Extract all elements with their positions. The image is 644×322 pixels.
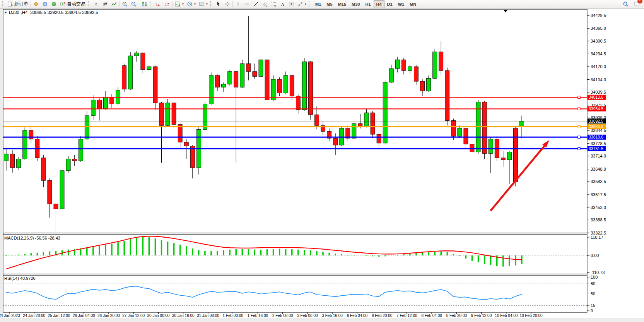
timeframe-mn-button[interactable]: MN: [407, 0, 419, 8]
price-tick-label: 33648.0: [591, 167, 606, 171]
candle: [458, 128, 462, 136]
candle: [41, 158, 46, 180]
chart-shift-icon: [164, 1, 170, 7]
data-window-button[interactable]: [41, 0, 50, 8]
toolbar-divider: [119, 1, 120, 7]
horizontal-line-button[interactable]: [243, 0, 251, 8]
candle: [296, 96, 300, 110]
text-icon: A: [280, 1, 285, 7]
bar-chart-button[interactable]: [92, 0, 101, 8]
price-level-handle[interactable]: [578, 147, 580, 150]
zoom-in-icon: [122, 1, 128, 7]
search-button[interactable]: [621, 0, 630, 8]
candle: [141, 53, 145, 70]
autotrade-button[interactable]: 自动交易: [58, 0, 87, 8]
periods-button[interactable]: ▾: [185, 0, 197, 8]
svg-text:T: T: [290, 2, 292, 6]
timeframe-d1-button[interactable]: D1: [384, 0, 395, 8]
candle: [17, 159, 21, 168]
auto-scroll-button[interactable]: [154, 0, 162, 8]
channel-icon: E: [262, 1, 268, 7]
candle: [222, 84, 226, 87]
candle: [513, 128, 518, 182]
chart-title: ▼DJ30-,H4 33865.5 33920.5 33804.5 33892.…: [4, 10, 98, 15]
price-level-handle[interactable]: [578, 136, 580, 138]
toolbar-grip: [309, 1, 311, 7]
hline-icon: [244, 1, 250, 7]
arrows-icon: [297, 1, 303, 7]
new-order-button[interactable]: 新订单: [6, 0, 30, 8]
candlestick-chart-button[interactable]: [101, 0, 109, 8]
tile-icon: [142, 1, 147, 7]
text-label-button[interactable]: T: [287, 0, 296, 8]
timeframe-h1-button[interactable]: H1: [362, 0, 373, 8]
candle: [427, 78, 431, 91]
chevron-down-icon[interactable]: ▾: [182, 2, 184, 6]
chart-shift-button[interactable]: [162, 0, 171, 8]
market-watch-icon: [33, 1, 39, 7]
toolbar: 新订单自动交易▾▾▾EFAT▾M1M5M15M30H1H4D1W1MN 1: [0, 0, 644, 9]
arrows-button[interactable]: ▾: [296, 0, 308, 8]
chart-svg[interactable]: 34429.534365.034300.534234.534170.034104…: [0, 9, 644, 322]
candle: [159, 103, 164, 125]
candle: [507, 152, 511, 160]
autotrade-icon: [60, 1, 66, 7]
notifications-button[interactable]: 1: [632, 0, 641, 8]
candle: [439, 52, 443, 70]
toolbar-grip: [2, 1, 5, 7]
candle: [4, 154, 9, 161]
time-axis-label: 27 Jan 12:00: [122, 313, 145, 318]
time-axis-label: 3 Feb 00:00: [297, 313, 318, 318]
chevron-down-icon[interactable]: ▾: [194, 2, 196, 6]
price-level-handle[interactable]: [578, 108, 580, 110]
market-watch-button[interactable]: [32, 0, 41, 8]
macd-indicator-label: MACD(12,26,9) -56.56 -28.43: [4, 236, 60, 240]
time-axis-label: 7 Feb 12:00: [396, 313, 417, 318]
timeframe-w1-button[interactable]: W1: [395, 0, 407, 8]
timeframe-m1-button[interactable]: M1: [313, 0, 324, 8]
candles-icon: [102, 1, 108, 7]
templates-button[interactable]: ▾: [197, 0, 209, 8]
candle: [284, 75, 288, 93]
candle: [519, 121, 524, 127]
candle: [97, 100, 101, 109]
zoom-in-button[interactable]: [120, 0, 129, 8]
candle: [259, 60, 263, 76]
crosshair-button[interactable]: [223, 0, 232, 8]
timeframe-h4-button[interactable]: H4: [374, 0, 384, 8]
equidistant-channel-button[interactable]: E: [260, 0, 269, 8]
candle: [234, 72, 238, 87]
candle: [489, 139, 493, 154]
price-level-tag-label: 34013.6: [589, 95, 603, 99]
candle: [122, 66, 126, 89]
fibonacci-button[interactable]: F: [269, 0, 278, 8]
indicators-button[interactable]: ▾: [173, 0, 185, 8]
navigator-button[interactable]: [50, 0, 58, 8]
cursor-button[interactable]: [214, 0, 223, 8]
collapse-trade-panel-icon[interactable]: ▼: [4, 11, 7, 14]
price-level-handle[interactable]: [578, 96, 580, 98]
price-level-handle[interactable]: [578, 125, 580, 128]
time-axis-label: 3 Feb 16:00: [322, 313, 343, 318]
time-axis-label: 24 Jan 2023: [0, 313, 20, 318]
timeframe-m15-button[interactable]: M15: [335, 0, 349, 8]
text-button[interactable]: A: [278, 0, 287, 8]
chevron-down-icon[interactable]: ▾: [305, 2, 306, 6]
autotrade-label: 自动交易: [67, 1, 85, 7]
bar-chart-icon: [93, 1, 99, 7]
candle: [103, 97, 108, 109]
time-axis-label: 9 Feb 12:00: [471, 313, 492, 318]
chart-window: 34429.534365.034300.534234.534170.034104…: [0, 9, 644, 322]
timeframe-m30-button[interactable]: M30: [349, 0, 362, 8]
toolbar-grip: [88, 1, 91, 7]
label-icon: T: [289, 1, 294, 7]
timeframe-m5-button[interactable]: M5: [324, 0, 335, 8]
candle: [215, 75, 220, 87]
trendline-button[interactable]: [251, 0, 260, 8]
vertical-line-button[interactable]: [234, 0, 243, 8]
line-chart-button[interactable]: [109, 0, 118, 8]
tile-windows-button[interactable]: [140, 0, 149, 8]
chevron-down-icon[interactable]: ▾: [206, 2, 208, 6]
svg-text:E: E: [266, 4, 267, 7]
zoom-out-button[interactable]: [129, 0, 138, 8]
